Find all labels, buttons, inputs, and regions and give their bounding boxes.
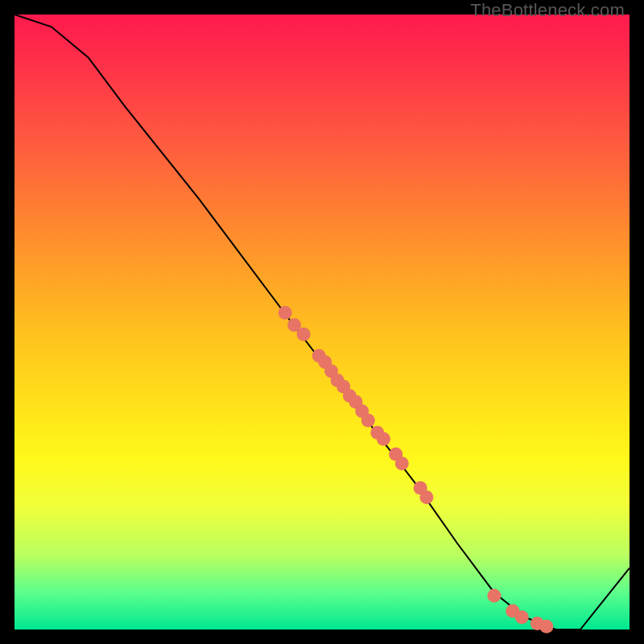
scatter-point: [361, 414, 375, 427]
scatter-point: [419, 490, 433, 504]
scatter-point: [515, 610, 529, 624]
chart-svg-overlay: [14, 14, 630, 630]
chart-container: TheBottleneck.com: [0, 0, 644, 644]
scatter-point: [279, 306, 292, 320]
scatter-point: [539, 620, 553, 634]
watermark-label: TheBottleneck.com: [470, 0, 625, 21]
scatter-point: [487, 589, 501, 603]
scatter-point: [395, 456, 409, 470]
bottleneck-curve: [14, 14, 630, 630]
scatter-point: [297, 328, 311, 341]
scatter-point: [377, 432, 390, 446]
scatter-points-group: [279, 306, 554, 634]
